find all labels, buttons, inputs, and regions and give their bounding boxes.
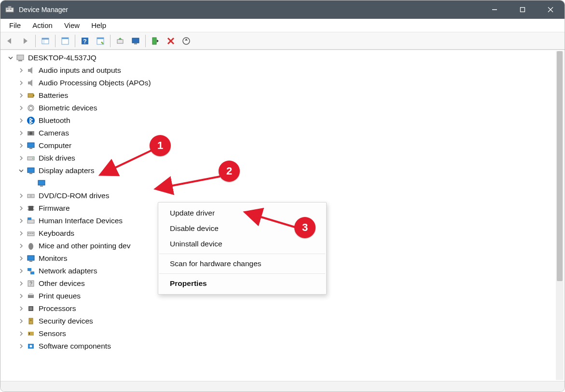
chevron-down-icon[interactable] — [17, 167, 25, 175]
tree-item-gpu-device[interactable] — [3, 177, 554, 189]
menu-view[interactable]: View — [58, 20, 85, 31]
chevron-right-icon[interactable] — [17, 204, 25, 212]
chevron-right-icon[interactable] — [17, 292, 25, 300]
chevron-right-icon[interactable] — [17, 305, 25, 312]
uninstall-button[interactable] — [164, 34, 178, 48]
tree-item-audio-io[interactable]: Audio inputs and outputs — [3, 64, 554, 77]
chevron-right-icon[interactable] — [17, 79, 25, 87]
tree-item-dvd[interactable]: DVD/CD-ROM drives — [3, 189, 554, 202]
ctx-scan-hardware[interactable]: Scan for hardware changes — [158, 256, 326, 271]
chevron-right-icon[interactable] — [17, 67, 25, 74]
svg-rect-63 — [28, 256, 34, 260]
tree-item-apo[interactable]: Audio Processing Objects (APOs) — [3, 77, 554, 89]
chevron-right-icon[interactable] — [17, 117, 25, 124]
chevron-right-icon[interactable] — [17, 342, 25, 350]
svg-point-75 — [30, 320, 32, 321]
tree-item-sensors[interactable]: Sensors — [3, 327, 554, 340]
svg-rect-61 — [32, 233, 33, 234]
svg-rect-2 — [10, 9, 12, 10]
tree-item-batteries[interactable]: Batteries — [3, 89, 554, 102]
chevron-right-icon[interactable] — [17, 217, 25, 225]
svg-rect-31 — [18, 60, 22, 61]
maximize-button[interactable] — [509, 0, 537, 19]
ctx-disable-device[interactable]: Disable device — [158, 221, 326, 236]
ctx-properties[interactable]: Properties — [158, 276, 326, 291]
tree-item-label: Disk drives — [39, 154, 75, 162]
battery-icon — [26, 91, 36, 100]
tree-item-label: Cameras — [39, 129, 69, 137]
chevron-down-icon[interactable] — [7, 54, 14, 62]
details-button[interactable] — [58, 34, 72, 48]
tree-root[interactable]: DESKTOP-4L537JQ — [3, 52, 554, 64]
svg-rect-46 — [29, 173, 32, 174]
tree-item-biometric[interactable]: Biometric devices — [3, 102, 554, 114]
chevron-right-icon[interactable] — [17, 104, 25, 112]
ctx-uninstall-device[interactable]: Uninstall device — [158, 236, 326, 252]
scan-hardware-button[interactable] — [179, 34, 193, 48]
keyboard-icon — [26, 229, 36, 238]
unknown-icon: ? — [26, 279, 36, 288]
back-button[interactable] — [3, 34, 17, 48]
tree-item-processors[interactable]: Processors — [3, 302, 554, 315]
gpu-icon — [26, 166, 36, 176]
menu-file[interactable]: File — [3, 20, 27, 31]
status-bar — [0, 381, 565, 392]
svg-marker-33 — [28, 80, 32, 86]
help-button[interactable]: ? — [78, 34, 92, 48]
chevron-right-icon[interactable] — [17, 267, 25, 275]
vertical-scrollbar[interactable] — [556, 51, 564, 380]
minimize-button[interactable] — [481, 0, 509, 19]
tree-item-label: Bluetooth — [39, 116, 70, 125]
tree-item-label: Mice and other pointing dev — [39, 242, 130, 250]
svg-rect-57 — [28, 217, 31, 220]
chevron-right-icon[interactable] — [17, 142, 25, 149]
svg-rect-60 — [30, 233, 31, 234]
svg-rect-20 — [117, 40, 123, 43]
tree-item-cameras[interactable]: Cameras — [3, 127, 554, 139]
chevron-right-icon[interactable] — [17, 330, 25, 338]
tree-item-security[interactable]: Security devices — [3, 315, 554, 327]
scrollbar-thumb[interactable] — [557, 51, 563, 281]
svg-marker-8 — [7, 38, 11, 44]
menu-action[interactable]: Action — [27, 20, 58, 31]
svg-rect-76 — [28, 332, 34, 336]
computer-icon — [15, 53, 25, 63]
tree-item-label: Security devices — [39, 317, 93, 325]
bluetooth-icon — [26, 116, 36, 125]
ctx-update-driver[interactable]: Update driver — [158, 205, 326, 221]
propsheet-button[interactable] — [93, 34, 108, 48]
tree-item-bluetooth[interactable]: Bluetooth — [3, 114, 554, 127]
chevron-right-icon[interactable] — [17, 242, 25, 250]
update-driver-button[interactable] — [113, 34, 127, 48]
close-button[interactable] — [537, 0, 565, 19]
display-wizard-button[interactable] — [128, 34, 143, 48]
showhide-button[interactable] — [38, 34, 53, 48]
ctx-separator — [159, 254, 325, 254]
forward-button[interactable] — [18, 34, 33, 48]
tree-item-computer[interactable]: Computer — [3, 139, 554, 152]
tree-item-display-adapters[interactable]: Display adapters — [3, 164, 554, 177]
chevron-right-icon[interactable] — [17, 154, 25, 162]
printer-icon — [26, 291, 36, 301]
chevron-right-icon[interactable] — [17, 230, 25, 237]
chevron-right-icon[interactable] — [17, 280, 25, 287]
enable-device-button[interactable] — [148, 34, 163, 48]
chevron-right-icon[interactable] — [17, 129, 25, 137]
sensor-icon — [26, 329, 36, 338]
ctx-separator — [159, 273, 325, 274]
speaker-icon — [26, 78, 36, 88]
svg-point-62 — [28, 243, 33, 250]
chevron-right-icon[interactable] — [17, 192, 25, 200]
chevron-right-icon[interactable] — [17, 317, 25, 325]
optical-icon — [26, 191, 36, 201]
speaker-icon — [26, 66, 36, 75]
menu-help[interactable]: Help — [85, 20, 112, 31]
tree-item-software-components[interactable]: Software components — [3, 340, 554, 352]
svg-rect-51 — [28, 206, 33, 211]
toolbar-separator — [75, 35, 75, 47]
disk-icon — [26, 153, 36, 163]
chevron-right-icon[interactable] — [17, 255, 25, 262]
chevron-right-icon[interactable] — [17, 92, 25, 99]
tree-item-disk-drives[interactable]: Disk drives — [3, 152, 554, 164]
svg-rect-18 — [97, 38, 104, 39]
